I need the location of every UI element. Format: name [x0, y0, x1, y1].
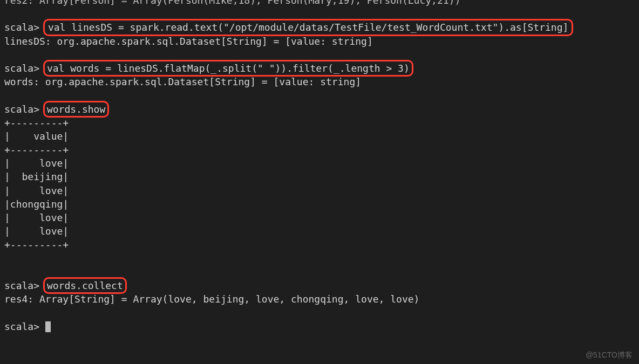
output-4: res4: Array[String] = Array(love, beijin…: [4, 292, 635, 306]
prompt: scala>: [4, 22, 39, 33]
output-1: linesDS: org.apache.spark.sql.Dataset[St…: [4, 35, 635, 48]
table-row: | love|: [4, 184, 635, 197]
partial-top-line: res2: Array[Person] = Array(Person(Mike,…: [4, 0, 635, 7]
highlight-box-3: words.show: [43, 101, 109, 118]
cmd-2-text: val words = linesDS.flatMap(_.split(" ")…: [47, 63, 410, 74]
table-border-mid: +---------+: [4, 143, 635, 156]
prompt: scala>: [4, 280, 39, 291]
highlight-box-2: val words = linesDS.flatMap(_.split(" ")…: [43, 60, 413, 77]
table-border-top: +---------+: [4, 116, 635, 129]
table-row: | love|: [4, 224, 635, 238]
table-header: | value|: [4, 129, 635, 143]
table-row: | love|: [4, 156, 635, 170]
cmd-3-text: words.show: [47, 104, 105, 115]
highlight-box-4: words.collect: [43, 277, 127, 294]
table-row: |chongqing|: [4, 197, 635, 211]
terminal-output: res2: Array[Person] = Array(Person(Mike,…: [0, 0, 639, 333]
current-prompt-line[interactable]: scala>: [4, 320, 635, 333]
output-2: words: org.apache.spark.sql.Dataset[Stri…: [4, 75, 635, 88]
prompt: scala>: [4, 104, 39, 115]
prompt: scala>: [4, 63, 39, 74]
watermark: @51CTO博客: [586, 350, 633, 361]
table-row: | beijing|: [4, 170, 635, 183]
cmd-line-3: scala> words.show: [4, 102, 635, 116]
cmd-line-4: scala> words.collect: [4, 279, 635, 292]
table-border-bot: +---------+: [4, 238, 635, 251]
cmd-4-text: words.collect: [47, 280, 123, 291]
cmd-1-text: val linesDS = spark.read.text("/opt/modu…: [48, 22, 569, 33]
cursor: [45, 321, 51, 332]
prompt: scala>: [4, 321, 39, 332]
table-row: | love|: [4, 211, 635, 224]
cmd-line-1: scala> val linesDS = spark.read.text("/o…: [4, 20, 635, 34]
cmd-line-2: scala> val words = linesDS.flatMap(_.spl…: [4, 61, 635, 75]
highlight-box-1: val linesDS = spark.read.text("/opt/modu…: [43, 19, 574, 36]
